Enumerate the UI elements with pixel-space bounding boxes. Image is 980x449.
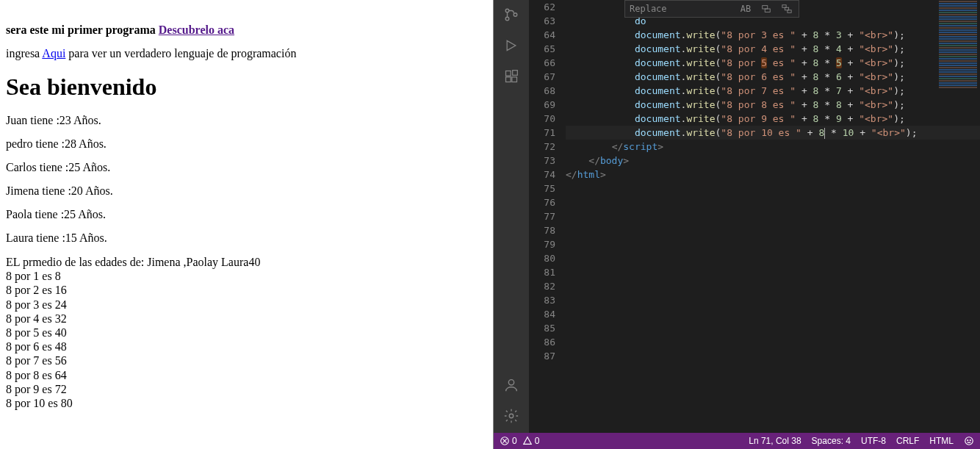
- people-list: Juan tiene :23 Años.pedro tiene :28 Años…: [6, 114, 487, 245]
- welcome-heading: Sea bienvenido: [6, 73, 487, 101]
- svg-point-17: [970, 440, 970, 441]
- svg-point-16: [968, 440, 968, 441]
- person-line: Juan tiene :23 Años.: [6, 114, 487, 127]
- table-line: 8 por 3 es 24: [6, 298, 487, 312]
- intro-line: sera este mi primer programa Descubrelo …: [6, 24, 487, 37]
- table-line: 8 por 5 es 40: [6, 326, 487, 340]
- code-editor[interactable]: Replace AB do do document.write("8 por 3…: [566, 0, 980, 433]
- table-line: 8 por 4 es 32: [6, 312, 487, 326]
- table-line: 8 por 6 es 48: [6, 340, 487, 353]
- intro-text: sera este mi primer programa: [6, 24, 159, 36]
- replace-one-icon[interactable]: [759, 1, 774, 16]
- person-line: Paola tiene :25 Años.: [6, 208, 487, 221]
- svg-point-0: [505, 9, 509, 12]
- table-line: 8 por 1 es 8: [6, 269, 487, 283]
- status-feedback-icon[interactable]: [964, 436, 974, 446]
- svg-rect-10: [765, 9, 770, 12]
- vscode-window: 6263646566676869707172737475767778798081…: [494, 0, 980, 449]
- replace-all-icon[interactable]: [779, 1, 794, 16]
- run-icon[interactable]: [502, 37, 520, 54]
- status-bar: 0 0 Ln 71, Col 38 Spaces: 4 UTF-8 CRLF H…: [494, 433, 980, 449]
- aqui-link[interactable]: Aqui: [42, 47, 65, 60]
- person-line: Carlos tiene :25 Años.: [6, 161, 487, 174]
- status-position[interactable]: Ln 71, Col 38: [749, 436, 801, 446]
- table-line: 8 por 8 es 64: [6, 368, 487, 382]
- svg-rect-12: [785, 7, 788, 10]
- svg-rect-5: [512, 77, 517, 82]
- svg-rect-9: [763, 6, 768, 9]
- gear-icon[interactable]: [502, 407, 520, 425]
- svg-rect-11: [782, 5, 786, 8]
- svg-point-7: [508, 380, 514, 385]
- svg-point-1: [505, 17, 509, 21]
- status-language[interactable]: HTML: [929, 436, 954, 446]
- svg-point-2: [514, 13, 517, 17]
- line-numbers: 6263646566676869707172737475767778798081…: [529, 0, 566, 433]
- output-lines: EL prmedio de las edades de: Jimena ,Pao…: [6, 255, 487, 410]
- status-encoding[interactable]: UTF-8: [861, 436, 886, 446]
- descubrelo-link[interactable]: Descubrelo aca: [159, 24, 234, 36]
- source-control-icon[interactable]: [502, 6, 520, 24]
- account-icon[interactable]: [502, 376, 520, 394]
- svg-rect-3: [506, 71, 511, 76]
- svg-point-15: [965, 437, 973, 445]
- replace-input[interactable]: Replace: [630, 2, 732, 16]
- person-line: Laura tiene :15 Años.: [6, 231, 487, 245]
- svg-rect-4: [506, 77, 511, 82]
- status-errors[interactable]: 0 0: [500, 436, 539, 446]
- table-line: 8 por 10 es 80: [6, 396, 487, 410]
- status-eol[interactable]: CRLF: [896, 436, 919, 446]
- average-line: EL prmedio de las edades de: Jimena ,Pao…: [6, 255, 487, 269]
- table-line: 8 por 7 es 56: [6, 353, 487, 367]
- replace-widget: Replace AB: [624, 0, 799, 18]
- editor-area: 6263646566676869707172737475767778798081…: [529, 0, 980, 433]
- enter-line: ingresa Aqui para ver un verdadero lengu…: [6, 47, 487, 60]
- minimap[interactable]: [936, 0, 980, 88]
- svg-point-8: [509, 414, 514, 418]
- svg-rect-6: [513, 71, 518, 76]
- multiplication-table: 8 por 1 es 88 por 2 es 168 por 3 es 248 …: [6, 269, 487, 410]
- table-line: 8 por 2 es 16: [6, 283, 487, 297]
- extensions-icon[interactable]: [502, 68, 520, 85]
- activity-bar: [494, 0, 529, 434]
- table-line: 8 por 9 es 72: [6, 382, 487, 396]
- status-spaces[interactable]: Spaces: 4: [812, 436, 851, 446]
- browser-preview: sera este mi primer programa Descubrelo …: [0, 0, 494, 449]
- person-line: pedro tiene :28 Años.: [6, 137, 487, 151]
- svg-rect-13: [788, 10, 791, 13]
- person-line: Jimena tiene :20 Años.: [6, 184, 487, 198]
- preserve-case-icon[interactable]: AB: [738, 1, 753, 16]
